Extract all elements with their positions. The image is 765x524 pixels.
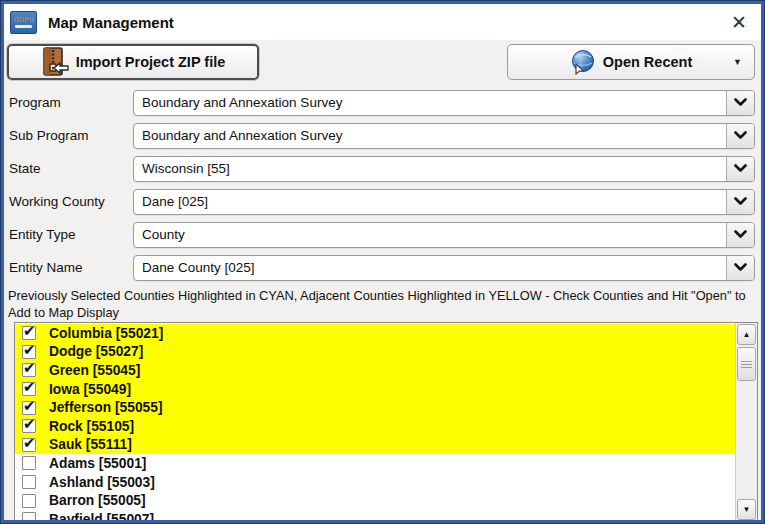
county-list-item[interactable]: ✔ Barron [55005] [15, 491, 735, 510]
combobox-dropdown-button[interactable] [726, 157, 754, 181]
county-list-item[interactable]: ✔ Jefferson [55055] [15, 398, 735, 417]
window-title: Map Management [48, 14, 174, 31]
combobox-selected-value: Wisconsin [55] [134, 161, 726, 176]
county-label: Barron [55005] [49, 493, 146, 508]
chevron-down-icon [734, 164, 747, 173]
county-list-item[interactable]: ✔ Ashland [55003] [15, 473, 735, 492]
gups-app-icon-bar [15, 25, 32, 28]
globe-cursor-icon [570, 49, 596, 75]
county-checkbox[interactable]: ✔ [22, 326, 36, 340]
field-label: Entity Name [9, 260, 133, 275]
combobox-selected-value: Dane County [025] [134, 260, 726, 275]
county-label: Green [55045] [49, 363, 140, 378]
scrollbar-thumb[interactable] [737, 347, 756, 381]
chevron-down-icon [734, 263, 747, 272]
field-label: Entity Type [9, 227, 133, 242]
combobox-dropdown-button[interactable] [726, 124, 754, 148]
check-mark-icon: ✔ [23, 342, 36, 357]
open-recent-button[interactable]: Open Recent ▼ [507, 44, 755, 80]
county-label: Iowa [55049] [49, 382, 131, 397]
county-list-item[interactable]: ✔ Columbia [55021] [15, 324, 735, 343]
field-label: Sub Program [9, 128, 133, 143]
chevron-down-icon [734, 230, 747, 239]
import-project-zip-button[interactable]: Import Project ZIP file [7, 44, 259, 80]
county-label: Ashland [55003] [49, 475, 155, 490]
chevron-down-icon [734, 131, 747, 140]
county-list-item[interactable]: ✔ Dodge [55027] [15, 343, 735, 362]
form-area: Program Boundary and Annexation Survey S… [4, 86, 761, 284]
field-label: Program [9, 95, 133, 110]
county-label: Adams [55001] [49, 456, 146, 471]
check-mark-icon: ✔ [23, 435, 36, 450]
county-list-item[interactable]: ✔ Iowa [55049] [15, 380, 735, 399]
county-checkbox[interactable]: ✔ [22, 475, 36, 489]
form-row: Sub Program Boundary and Annexation Surv… [9, 119, 756, 152]
instructions-text: Previously Selected Counties Highlighted… [4, 284, 761, 322]
field-combobox[interactable]: County [133, 222, 755, 248]
scrollbar-up-arrow-icon[interactable]: ▲ [737, 324, 756, 345]
check-mark-icon: ✔ [23, 323, 36, 338]
combobox-selected-value: Boundary and Annexation Survey [134, 95, 726, 110]
gups-app-icon: GUPS [10, 11, 37, 34]
form-row: Working County Dane [025] [9, 185, 756, 218]
chevron-down-icon [734, 98, 747, 107]
county-checkbox[interactable]: ✔ [22, 363, 36, 377]
county-listbox: ✔ Columbia [55021] ✔ Dodge [55027] ✔ Gre… [14, 322, 758, 522]
check-mark-icon: ✔ [23, 416, 36, 431]
county-checkbox[interactable]: ✔ [22, 382, 36, 396]
open-recent-dropdown-arrow-icon[interactable]: ▼ [733, 57, 742, 67]
county-label: Dodge [55027] [49, 344, 143, 359]
county-label: Bayfield [55007] [49, 512, 154, 522]
field-combobox[interactable]: Dane County [025] [133, 255, 755, 281]
county-label: Rock [55105] [49, 419, 134, 434]
county-label: Sauk [55111] [49, 437, 132, 452]
form-row: Entity Type County [9, 218, 756, 251]
county-checkbox[interactable]: ✔ [22, 512, 36, 522]
county-list-item[interactable]: ✔ Bayfield [55007] [15, 510, 735, 522]
county-checkbox[interactable]: ✔ [22, 345, 36, 359]
combobox-dropdown-button[interactable] [726, 256, 754, 280]
check-mark-icon: ✔ [23, 379, 36, 394]
field-label: Working County [9, 194, 133, 209]
combobox-selected-value: County [134, 227, 726, 242]
county-list-item[interactable]: ✔ Adams [55001] [15, 454, 735, 473]
field-combobox[interactable]: Dane [025] [133, 189, 755, 215]
form-row: Entity Name Dane County [025] [9, 251, 756, 284]
toolbar: Import Project ZIP file [4, 40, 761, 86]
close-icon[interactable]: ✕ [727, 13, 751, 32]
county-label: Columbia [55021] [49, 326, 163, 341]
field-combobox[interactable]: Wisconsin [55] [133, 156, 755, 182]
county-checkbox[interactable]: ✔ [22, 419, 36, 433]
county-checkbox[interactable]: ✔ [22, 494, 36, 508]
check-mark-icon: ✔ [23, 360, 36, 375]
county-checkbox[interactable]: ✔ [22, 456, 36, 470]
county-list: ✔ Columbia [55021] ✔ Dodge [55027] ✔ Gre… [15, 324, 735, 522]
county-list-item[interactable]: ✔ Rock [55105] [15, 417, 735, 436]
check-mark-icon: ✔ [23, 398, 36, 413]
chevron-down-icon [734, 197, 747, 206]
zip-file-icon [41, 47, 69, 77]
county-checkbox[interactable]: ✔ [22, 438, 36, 452]
combobox-selected-value: Dane [025] [134, 194, 726, 209]
county-list-item[interactable]: ✔ Sauk [55111] [15, 436, 735, 455]
scrollbar-down-arrow-icon[interactable]: ▼ [737, 499, 756, 520]
title-bar: GUPS Map Management ✕ [4, 4, 761, 40]
field-label: State [9, 161, 133, 176]
combobox-selected-value: Boundary and Annexation Survey [134, 128, 726, 143]
map-management-dialog: GUPS Map Management ✕ Import Project ZIP… [0, 0, 765, 524]
gups-app-icon-text: GUPS [14, 16, 34, 23]
open-recent-label: Open Recent [603, 54, 692, 70]
import-project-zip-label: Import Project ZIP file [76, 54, 226, 70]
form-row: Program Boundary and Annexation Survey [9, 86, 756, 119]
combobox-dropdown-button[interactable] [726, 190, 754, 214]
county-checkbox[interactable]: ✔ [22, 401, 36, 415]
field-combobox[interactable]: Boundary and Annexation Survey [133, 123, 755, 149]
county-list-item[interactable]: ✔ Green [55045] [15, 361, 735, 380]
combobox-dropdown-button[interactable] [726, 91, 754, 115]
vertical-scrollbar[interactable]: ▲ ▼ [735, 323, 757, 521]
combobox-dropdown-button[interactable] [726, 223, 754, 247]
field-combobox[interactable]: Boundary and Annexation Survey [133, 90, 755, 116]
county-label: Jefferson [55055] [49, 400, 163, 415]
form-row: State Wisconsin [55] [9, 152, 756, 185]
